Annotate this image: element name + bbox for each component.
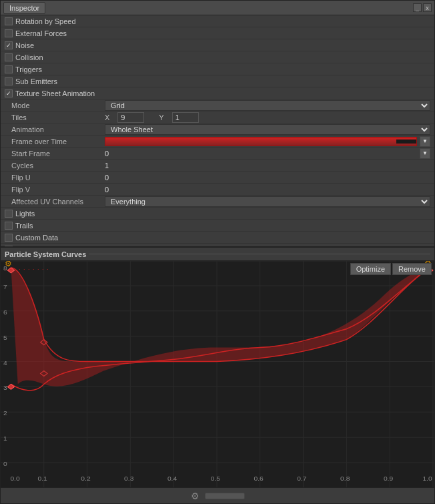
rotation-by-speed-label: Rotation by Speed xyxy=(15,17,76,25)
cycles-label: Cycles xyxy=(11,162,105,170)
section-sub-emitters[interactable]: Sub Emitters xyxy=(1,75,434,87)
curve-svg: 0 1 2 3 4 5 6 7 8 0.0 0.1 0.2 0.3 0.4 0.… xyxy=(1,261,434,487)
curves-footer-scrollbar[interactable] xyxy=(205,493,245,499)
svg-text:0.9: 0.9 xyxy=(384,475,394,482)
tiles-x-input[interactable] xyxy=(117,112,144,123)
flip-v-row: Flip V 0 xyxy=(1,184,434,196)
svg-text:0.7: 0.7 xyxy=(297,475,307,482)
start-frame-value: 0 ▼ xyxy=(105,148,430,159)
animation-label: Animation xyxy=(11,125,105,134)
tiles-value: X Y xyxy=(105,112,430,123)
start-frame-text: 0 xyxy=(105,150,109,158)
flip-v-label: Flip V xyxy=(11,186,105,194)
section-collision[interactable]: Collision xyxy=(1,51,434,63)
frame-over-time-bar[interactable] xyxy=(105,137,417,146)
custom-data-checkbox[interactable] xyxy=(5,234,13,242)
frame-over-time-dropdown[interactable]: ▼ xyxy=(420,136,430,147)
collision-label: Collision xyxy=(15,53,43,61)
svg-text:0: 0 xyxy=(3,460,7,467)
svg-text:2: 2 xyxy=(3,409,7,417)
lights-label: Lights xyxy=(15,210,35,218)
svg-text:5: 5 xyxy=(3,334,7,341)
svg-text:0.5: 0.5 xyxy=(211,475,221,482)
tiles-y-input[interactable] xyxy=(172,112,199,123)
svg-text:0.0: 0.0 xyxy=(10,475,20,482)
triggers-label: Triggers xyxy=(15,65,42,73)
curves-toolbar: Optimize Remove xyxy=(348,261,434,277)
section-external-forces[interactable]: External Forces xyxy=(1,27,434,39)
section-triggers[interactable]: Triggers xyxy=(1,63,434,75)
section-trails[interactable]: Trails xyxy=(1,220,434,232)
triggers-checkbox[interactable] xyxy=(5,65,13,73)
affected-uv-label: Affected UV Channels xyxy=(11,198,105,206)
svg-text:1.0: 1.0 xyxy=(423,475,433,482)
flip-v-value: 0 xyxy=(105,186,430,194)
curves-title: Particle System Curves xyxy=(5,250,86,258)
frame-over-time-label: Frame over Time xyxy=(11,138,105,146)
curves-titlebar: Particle System Curves xyxy=(1,248,434,261)
flip-u-label: Flip U xyxy=(11,174,105,182)
texture-sheet-animation-label: Texture Sheet Animation xyxy=(15,89,95,97)
svg-text:1: 1 xyxy=(3,435,7,442)
tiles-x-label: X xyxy=(105,113,109,121)
inspector-title-button[interactable]: Inspector xyxy=(3,2,45,14)
cycles-value: 1 xyxy=(105,162,430,170)
curves-main[interactable]: 0 1 2 3 4 5 6 7 8 0.0 0.1 0.2 0.3 0.4 0.… xyxy=(1,261,434,487)
settings-gear-icon[interactable]: ⚙ xyxy=(191,491,199,501)
curves-minibar: · · · · · · · · · · xyxy=(1,261,53,277)
tiles-label: Tiles xyxy=(11,113,105,121)
inspector-content[interactable]: Rotation by Speed External Forces Noise … xyxy=(1,15,434,247)
noise-label: Noise xyxy=(15,41,34,49)
window-controls: _ x xyxy=(413,3,432,12)
start-frame-dropdown[interactable]: ▼ xyxy=(420,148,430,159)
frame-bar-dark xyxy=(396,140,416,144)
svg-text:0.6: 0.6 xyxy=(254,475,264,482)
curves-title-line xyxy=(89,254,430,254)
optimize-button[interactable]: Optimize xyxy=(350,263,391,275)
section-custom-data[interactable]: Custom Data xyxy=(1,232,434,244)
start-frame-row: Start Frame 0 ▼ xyxy=(1,148,434,160)
rotation-by-speed-checkbox[interactable] xyxy=(5,17,13,25)
external-forces-label: External Forces xyxy=(15,29,67,37)
svg-text:0.4: 0.4 xyxy=(167,475,177,482)
svg-text:6: 6 xyxy=(3,308,7,316)
sub-emitters-checkbox[interactable] xyxy=(5,77,13,85)
frame-over-time-row: Frame over Time ▼ xyxy=(1,136,434,148)
animation-row: Animation Whole Sheet xyxy=(1,123,434,136)
trails-checkbox[interactable] xyxy=(5,222,13,230)
mode-row: Mode Grid xyxy=(1,99,434,111)
lights-checkbox[interactable] xyxy=(5,210,13,218)
tiles-row: Tiles X Y xyxy=(1,111,434,123)
mode-select[interactable]: Grid xyxy=(105,100,430,111)
svg-text:0.2: 0.2 xyxy=(81,475,91,482)
trails-label: Trails xyxy=(15,222,33,230)
custom-data-label: Custom Data xyxy=(15,234,58,242)
svg-text:3: 3 xyxy=(3,385,7,392)
curves-footer: ⚙ xyxy=(1,487,434,503)
texture-sheet-animation-checkbox[interactable] xyxy=(5,89,13,97)
frame-over-time-value: ▼ xyxy=(105,136,430,147)
section-noise[interactable]: Noise xyxy=(1,39,434,51)
flip-u-row: Flip U 0 xyxy=(1,172,434,184)
section-lights[interactable]: Lights xyxy=(1,208,434,220)
cycles-row: Cycles 1 xyxy=(1,160,434,172)
section-texture-sheet-animation[interactable]: Texture Sheet Animation xyxy=(1,87,434,99)
minimize-button[interactable]: _ xyxy=(413,3,422,12)
noise-checkbox[interactable] xyxy=(5,41,13,49)
external-forces-checkbox[interactable] xyxy=(5,29,13,37)
close-button[interactable]: x xyxy=(423,3,432,12)
svg-text:0.3: 0.3 xyxy=(124,475,134,482)
remove-button[interactable]: Remove xyxy=(392,263,432,275)
collision-checkbox[interactable] xyxy=(5,53,13,61)
mode-label: Mode xyxy=(11,101,105,109)
inspector-titlebar: Inspector _ x xyxy=(1,1,434,15)
svg-text:7: 7 xyxy=(3,283,7,290)
affected-uv-select[interactable]: Everything xyxy=(105,196,430,207)
svg-text:0.8: 0.8 xyxy=(340,475,350,482)
curve-dots-indicator: · · · · · · · · · · xyxy=(5,266,49,272)
animation-value: Whole Sheet xyxy=(105,124,430,135)
section-rotation-by-speed[interactable]: Rotation by Speed xyxy=(1,15,434,27)
tiles-y-label: Y xyxy=(159,113,163,121)
affected-uv-value: Everything xyxy=(105,196,430,207)
animation-select[interactable]: Whole Sheet xyxy=(105,124,430,135)
